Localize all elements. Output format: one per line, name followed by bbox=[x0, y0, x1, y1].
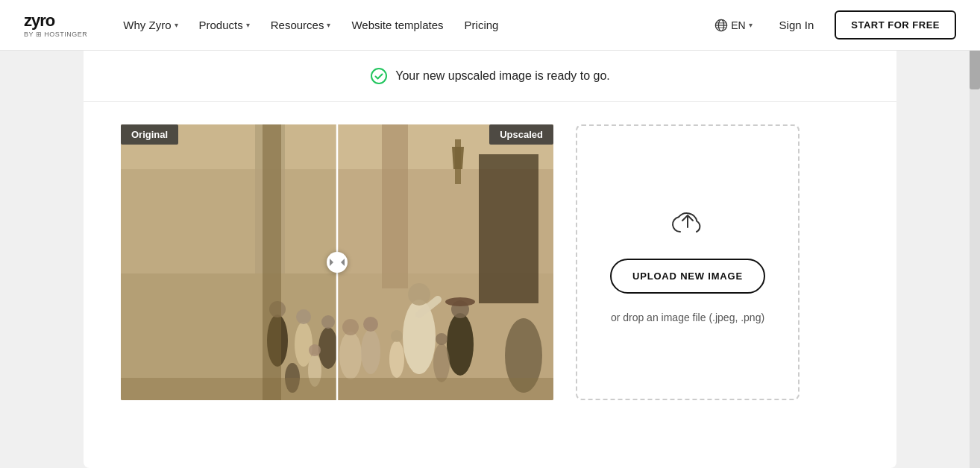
start-free-button[interactable]: START FOR FREE bbox=[835, 10, 956, 39]
language-selector[interactable]: EN ▾ bbox=[709, 14, 758, 37]
success-check-icon bbox=[370, 67, 388, 85]
chevron-down-icon: ▾ bbox=[246, 21, 250, 29]
nav-item-why-zyro[interactable]: Why Zyro ▾ bbox=[114, 13, 186, 37]
comparison-image-wrapper[interactable] bbox=[121, 124, 553, 400]
drop-text: or drop an image file (.jpeg, .png) bbox=[611, 312, 764, 323]
upload-new-image-button[interactable]: UPLOAD NEW IMAGE bbox=[610, 259, 765, 294]
nav-right: EN ▾ Sign In START FOR FREE bbox=[709, 10, 956, 39]
upload-cloud-icon bbox=[668, 202, 707, 241]
upscaled-label: Upscaled bbox=[489, 124, 553, 145]
nav-item-resources[interactable]: Resources ▾ bbox=[262, 13, 340, 37]
chevron-down-icon: ▾ bbox=[327, 21, 330, 29]
nav-links: Why Zyro ▾ Products ▾ Resources ▾ Websit… bbox=[114, 13, 709, 37]
comparison-photo bbox=[121, 124, 553, 400]
success-banner: Your new upscaled image is ready to go. bbox=[84, 51, 896, 102]
nav-item-website-templates[interactable]: Website templates bbox=[342, 13, 452, 37]
svg-point-5 bbox=[371, 69, 386, 83]
nav-item-products[interactable]: Products ▾ bbox=[190, 13, 259, 37]
logo[interactable]: zyro BY ⊞ HOSTINGER bbox=[24, 13, 87, 38]
success-message: Your new upscaled image is ready to go. bbox=[395, 69, 610, 83]
comparison-area: Original Upscaled bbox=[84, 102, 896, 423]
chevron-down-icon: ▾ bbox=[175, 21, 178, 29]
image-comparison-panel: Original Upscaled bbox=[121, 124, 553, 400]
main-content: Your new upscaled image is ready to go. … bbox=[0, 51, 980, 468]
globe-icon bbox=[714, 19, 728, 32]
sign-in-button[interactable]: Sign In bbox=[770, 13, 823, 37]
upload-panel: UPLOAD NEW IMAGE or drop an image file (… bbox=[576, 124, 800, 400]
upload-icon-wrapper bbox=[668, 202, 707, 241]
logo-hostinger-text: BY ⊞ HOSTINGER bbox=[24, 31, 87, 38]
nav-item-pricing[interactable]: Pricing bbox=[456, 13, 508, 37]
lang-code: EN bbox=[731, 19, 745, 31]
original-label: Original bbox=[121, 124, 178, 145]
scrollbar[interactable] bbox=[970, 0, 980, 468]
content-card: Your new upscaled image is ready to go. … bbox=[84, 51, 896, 468]
navbar: zyro BY ⊞ HOSTINGER Why Zyro ▾ Products … bbox=[0, 0, 980, 51]
logo-zyro-text: zyro bbox=[24, 13, 87, 29]
chevron-down-icon: ▾ bbox=[749, 21, 753, 29]
